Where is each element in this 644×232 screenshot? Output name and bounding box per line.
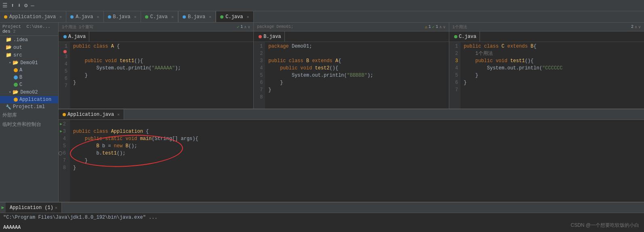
run-icon-2[interactable]: ▶ (60, 121, 62, 128)
nav-down[interactable]: ∨ (248, 25, 250, 29)
editor-a-hint: 1个用法 1个重写 (62, 24, 93, 30)
code-main[interactable]: public class Application { public static… (70, 120, 644, 202)
tab-label: C.java (459, 34, 476, 40)
up-icon[interactable]: ⬆ (11, 2, 14, 9)
editors-top-row: 1个用法 1个重写 ✓ 1 ∧ ∨ A.java (59, 23, 644, 109)
sidebar-item-project-iml[interactable]: 🔧 Project.iml (0, 103, 58, 111)
run-icon-3[interactable]: ▶ (60, 128, 62, 135)
tab-b-java-2[interactable]: B.java ✕ (179, 11, 216, 22)
editor-a-topbar: 1个用法 1个重写 ✓ 1 ∧ ∨ (59, 23, 253, 31)
editors-bottom: Application.java ✕ ▶ 2 ▶ 3 4 (59, 109, 644, 202)
warn-count: 1 (429, 25, 431, 29)
line-numbers-main: ▶ 2 ▶ 3 4 5 6 7 8 (59, 120, 70, 202)
editor-a-tab[interactable]: A.java (60, 31, 89, 42)
minimize-icon[interactable]: — (31, 2, 34, 9)
console-tab-application[interactable]: Application (1) ✕ (6, 203, 62, 213)
nav-up[interactable]: ∧ (635, 25, 637, 29)
sidebar-item-class-a[interactable]: A (0, 67, 58, 74)
menu-icon[interactable]: ☰ (2, 2, 8, 9)
down-icon[interactable]: ⬇ (17, 2, 21, 9)
sidebar-item-application[interactable]: Application (0, 96, 58, 103)
watermark: CSDN @一个想要吃软饭的小白 (570, 222, 639, 229)
sidebar-item-demo02[interactable]: ▾ 📂 Demo02 (0, 88, 58, 96)
console-close-icon[interactable]: ✕ (55, 205, 57, 210)
class-dot-icon (14, 98, 18, 102)
tab-label: C.java (225, 14, 243, 20)
check-icon: ✓ (432, 25, 435, 29)
checkmark-icon: ✓ (237, 25, 239, 29)
folder-icon: 📂 (13, 89, 19, 95)
bottom-code-area[interactable]: ▶ 2 ▶ 3 4 5 6 7 8 public c (59, 120, 644, 202)
sidebar-header: Project C:\Use... des 2 (0, 23, 58, 36)
tab-dot (70, 15, 74, 19)
breakpoint-empty-icon (59, 151, 62, 155)
tab-close-icon[interactable]: ✕ (171, 15, 174, 19)
bottom-tab-application[interactable]: Application.java ✕ (59, 109, 124, 119)
tab-dot (63, 113, 66, 116)
sidebar-item-temp-files[interactable]: 临时文件和控制台 (0, 120, 58, 129)
sidebar-item-class-c[interactable]: C (0, 81, 58, 88)
editor-c-topbar: 1个用法 2 ∧ ∨ (449, 23, 644, 31)
code-a[interactable]: public class A { public void test1(){ Sy… (70, 42, 253, 109)
line-numbers-b: 1 2 3 4 5 6 7 8 (254, 42, 265, 109)
editor-b-nav: ⚠ 1 ✓ 1 ∧ ∨ (425, 25, 446, 29)
tab-b-java-1[interactable]: B.java ✕ (104, 11, 141, 22)
settings-icon[interactable]: ⚙ (24, 2, 27, 9)
tab-dot (145, 15, 148, 19)
folder-icon: 📂 (6, 44, 12, 50)
editor-b-tab[interactable]: B.java (255, 31, 284, 42)
tab-dot (108, 15, 111, 19)
console-content: "C:\Program Files\Java\jdk1.8.0_192\bin\… (0, 213, 644, 232)
sidebar-item-class-b[interactable]: B (0, 74, 58, 81)
sidebar-item-label: Demo01 (20, 60, 38, 66)
tab-label: A.java (76, 14, 93, 20)
console-icon: ▶ (0, 203, 6, 213)
tab-application-java[interactable]: Application.java ✕ (0, 11, 66, 22)
console-empty-area (62, 203, 644, 213)
tab-label: A.java (68, 34, 86, 40)
folder-icon: 📂 (13, 60, 19, 66)
sidebar-item-src[interactable]: 📁 src (0, 51, 58, 59)
tab-c-java-2[interactable]: C.java ✕ (216, 11, 253, 22)
warn-icon: ⚠ (425, 25, 427, 29)
editor-c-tabbar: C.java (449, 31, 644, 42)
sidebar-item-label: Demo02 (20, 90, 38, 95)
editor-b-code[interactable]: 1 2 3 4 5 6 7 8 package Demo01; public c… (254, 42, 448, 109)
sidebar-item-demo01[interactable]: ▾ 📂 Demo01 (0, 59, 58, 67)
nav-up[interactable]: ∧ (440, 25, 442, 29)
sidebar-item-label: A (19, 67, 22, 73)
sidebar-item-label: out (13, 45, 22, 50)
nav-down[interactable]: ∨ (443, 25, 446, 29)
tab-close-icon[interactable]: ✕ (59, 15, 62, 19)
chevron-icon: ▾ (9, 61, 11, 65)
editor-a-nav: ✓ 1 ∧ ∨ (237, 25, 250, 29)
code-b[interactable]: package Demo01; public class B extends A… (265, 42, 448, 109)
tab-close-icon[interactable]: ✕ (117, 112, 120, 117)
editor-a-code[interactable]: 1 3 4 5 6 7 public class A { public void… (59, 42, 253, 109)
code-c[interactable]: public class C extends B{ 1个用法 public vo… (461, 42, 644, 109)
tab-close-icon[interactable]: ✕ (97, 15, 99, 19)
sidebar-item-label: .idea (13, 37, 28, 43)
tab-label: B.java (263, 34, 281, 40)
nav-down[interactable]: ∨ (638, 25, 641, 29)
tab-c-java-1[interactable]: C.java ✕ (141, 11, 178, 22)
editor-b-hint: package Demo01; (257, 25, 293, 29)
tab-close-icon[interactable]: ✕ (209, 15, 211, 19)
check-count: 1 (436, 25, 438, 29)
main-area: Project C:\Use... des 2 📁 .idea 📂 out 📁 … (0, 23, 644, 202)
tab-close-icon[interactable]: ✕ (134, 15, 137, 19)
top-tab-bar: Application.java ✕ A.java ✕ B.java ✕ C.j… (0, 11, 644, 23)
console-tab-bar: ▶ Application (1) ✕ (0, 203, 644, 213)
class-dot-icon (14, 75, 18, 79)
editor-c-code[interactable]: 1 2 3 4 5 6 7 public class C extends B{ … (449, 42, 644, 109)
sidebar-item-label: B (19, 75, 22, 80)
tab-a-java[interactable]: A.java ✕ (66, 11, 103, 22)
editor-b-tabbar: B.java (254, 31, 448, 42)
sidebar-item-idea[interactable]: 📁 .idea (0, 36, 58, 44)
tab-close-icon[interactable]: ✕ (246, 15, 249, 19)
nav-up[interactable]: ∧ (244, 25, 246, 29)
editor-c-tab[interactable]: C.java (451, 31, 480, 42)
sidebar-item-external-libs[interactable]: 外部库 (0, 111, 58, 120)
tab-dot (4, 15, 7, 19)
sidebar-item-out[interactable]: 📂 out (0, 44, 58, 51)
